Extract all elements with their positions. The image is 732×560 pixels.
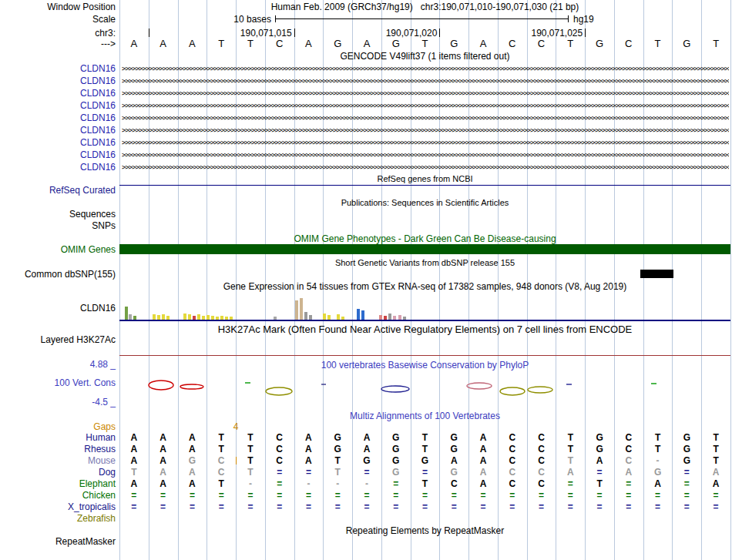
alignment-base: = bbox=[265, 501, 294, 512]
alignment-base: = bbox=[614, 490, 643, 501]
alignment-base: T bbox=[207, 444, 236, 454]
alignment-base: = bbox=[265, 478, 294, 489]
gencode-gene-label[interactable]: CLDN16 bbox=[0, 100, 116, 111]
alignment-base: = bbox=[119, 501, 149, 512]
alignment-base: T bbox=[207, 432, 236, 443]
alignment-base: = bbox=[614, 478, 643, 489]
gencode-gene-label[interactable]: CLDN16 bbox=[0, 149, 116, 160]
alignment-base: - bbox=[294, 478, 324, 489]
gtex-expression-bar bbox=[337, 314, 340, 320]
alignment-base: T bbox=[411, 478, 440, 489]
gene-structure-line[interactable]: >>>>>>>>>>>>>>>>>>>>>>>>>>>>>>>>>>>>>>>>… bbox=[122, 150, 729, 160]
alignment-base: C bbox=[498, 432, 527, 443]
alignment-base: = bbox=[498, 501, 527, 512]
alignment-base: A bbox=[468, 444, 498, 454]
gtex-expression-bar bbox=[230, 317, 233, 320]
gene-structure-line[interactable]: >>>>>>>>>>>>>>>>>>>>>>>>>>>>>>>>>>>>>>>>… bbox=[122, 126, 729, 136]
alignment-base: T bbox=[323, 467, 352, 478]
alignment-base: G bbox=[381, 432, 411, 443]
gtex-expression-bar bbox=[274, 317, 277, 320]
gtex-expression-bar bbox=[193, 316, 196, 320]
alignment-base: = bbox=[585, 467, 614, 478]
alignment-base: = bbox=[323, 501, 352, 512]
alignment-base: A bbox=[178, 432, 207, 443]
species-label-chicken[interactable]: Chicken bbox=[0, 490, 116, 501]
species-label-dog[interactable]: Dog bbox=[0, 467, 116, 478]
alignment-base: = bbox=[585, 501, 614, 512]
alignment-base: - bbox=[352, 478, 381, 489]
alignment-base: C bbox=[498, 478, 527, 489]
alignment-base: C bbox=[498, 455, 527, 466]
refseq-curated-label[interactable]: RefSeq Curated bbox=[0, 185, 116, 196]
alignment-base: A bbox=[119, 432, 149, 443]
alignment-base: T bbox=[207, 478, 236, 489]
gene-structure-line[interactable]: >>>>>>>>>>>>>>>>>>>>>>>>>>>>>>>>>>>>>>>>… bbox=[122, 76, 729, 86]
alignment-base: T bbox=[556, 455, 585, 466]
alignment-base: = bbox=[468, 501, 498, 512]
alignment-base: C bbox=[439, 478, 468, 489]
repeatmasker-track-label[interactable]: RepeatMasker bbox=[0, 536, 116, 547]
strand-direction-label: ---> bbox=[0, 39, 116, 49]
gene-structure-line[interactable]: >>>>>>>>>>>>>>>>>>>>>>>>>>>>>>>>>>>>>>>>… bbox=[122, 89, 729, 99]
gene-structure-line[interactable]: >>>>>>>>>>>>>>>>>>>>>>>>>>>>>>>>>>>>>>>>… bbox=[122, 101, 729, 111]
snps-label[interactable]: SNPs bbox=[0, 220, 116, 231]
alignment-base: A bbox=[119, 455, 149, 466]
alignment-base: T bbox=[556, 444, 585, 454]
gtex-expression-bar bbox=[216, 317, 219, 320]
alignment-base: = bbox=[352, 501, 381, 512]
sequences-label[interactable]: Sequences bbox=[0, 209, 116, 220]
species-label-human[interactable]: Human bbox=[0, 432, 116, 443]
base-letter: T bbox=[556, 39, 585, 49]
species-label-rhesus[interactable]: Rhesus bbox=[0, 444, 116, 454]
coordinate-label: 190,071,020 bbox=[364, 28, 437, 39]
species-label-mouse[interactable]: Mouse bbox=[0, 455, 116, 466]
alignment-base: = bbox=[294, 490, 324, 501]
alignment-base: - bbox=[643, 455, 673, 466]
gencode-track-title: GENCODE V49lift37 (1 items filtered out) bbox=[119, 51, 730, 62]
gtex-expression-bar bbox=[304, 312, 307, 320]
species-label-elephant[interactable]: Elephant bbox=[0, 478, 116, 489]
base-letter: G bbox=[439, 39, 468, 49]
alignment-base: = bbox=[352, 467, 381, 478]
species-label-x_tropicalis[interactable]: X_tropicalis bbox=[0, 501, 116, 512]
alignment-base: A bbox=[585, 455, 614, 466]
gencode-gene-label[interactable]: CLDN16 bbox=[0, 137, 116, 148]
alignment-base: G bbox=[585, 444, 614, 454]
gencode-gene-label[interactable]: CLDN16 bbox=[0, 75, 116, 86]
species-label-zebrafish[interactable]: Zebrafish bbox=[0, 513, 116, 524]
alignment-base: T bbox=[701, 432, 730, 443]
alignment-base: C bbox=[614, 432, 643, 443]
gencode-gene-label[interactable]: CLDN16 bbox=[0, 63, 116, 74]
gencode-gene-label[interactable]: CLDN16 bbox=[0, 112, 116, 123]
alignment-base: = bbox=[585, 490, 614, 501]
alignment-base: = bbox=[149, 490, 178, 501]
gene-structure-line[interactable]: >>>>>>>>>>>>>>>>>>>>>>>>>>>>>>>>>>>>>>>>… bbox=[122, 64, 729, 74]
alignment-base: T bbox=[643, 432, 673, 443]
alignment-base: = bbox=[439, 501, 468, 512]
omim-genes-label[interactable]: OMIM Genes bbox=[0, 244, 116, 255]
gene-structure-line[interactable]: >>>>>>>>>>>>>>>>>>>>>>>>>>>>>>>>>>>>>>>>… bbox=[122, 163, 729, 173]
base-letter: C bbox=[614, 39, 643, 49]
base-letter: C bbox=[498, 39, 527, 49]
gtex-expression-bar bbox=[125, 307, 128, 320]
gencode-gene-label[interactable]: CLDN16 bbox=[0, 162, 116, 173]
gtex-gene-label[interactable]: CLDN16 bbox=[0, 303, 116, 314]
gtex-expression-bar bbox=[393, 316, 396, 320]
alignment-base: = bbox=[381, 478, 411, 489]
conservation-track-label[interactable]: 100 Vert. Cons bbox=[0, 377, 116, 388]
gene-structure-line[interactable]: >>>>>>>>>>>>>>>>>>>>>>>>>>>>>>>>>>>>>>>>… bbox=[122, 113, 729, 123]
omim-gene-bar[interactable] bbox=[119, 244, 730, 254]
alignment-base: T bbox=[236, 455, 265, 466]
alignment-base: T bbox=[701, 444, 730, 454]
gap-size-label: 4 bbox=[230, 421, 242, 432]
gene-structure-line[interactable]: >>>>>>>>>>>>>>>>>>>>>>>>>>>>>>>>>>>>>>>>… bbox=[122, 138, 729, 148]
alignment-base: G bbox=[381, 455, 411, 466]
gencode-gene-label[interactable]: CLDN16 bbox=[0, 125, 116, 136]
alignment-base: A bbox=[178, 467, 207, 478]
alignment-base: A bbox=[178, 478, 207, 489]
h3k27ac-track-label[interactable]: Layered H3K27Ac bbox=[0, 334, 116, 345]
alignment-base: = bbox=[352, 490, 381, 501]
dbsnp-track-label[interactable]: Common dbSNP(155) bbox=[0, 269, 116, 280]
gencode-gene-label[interactable]: CLDN16 bbox=[0, 88, 116, 99]
dbsnp-variant-bar[interactable] bbox=[640, 270, 673, 278]
